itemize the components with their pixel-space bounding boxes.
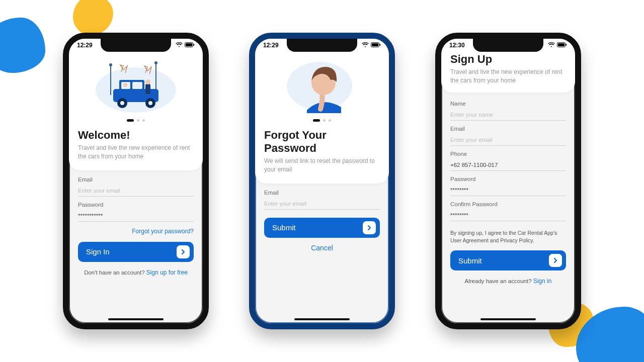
svg-rect-20	[372, 43, 378, 46]
svg-rect-1	[186, 43, 192, 46]
email-field: Email	[78, 176, 194, 197]
password-label: Password	[78, 202, 194, 208]
status-time: 12:29	[77, 42, 93, 49]
phone-signup: 12:30 Sign Up Travel and live the new ex…	[435, 33, 581, 329]
submit-button-label: Submit	[458, 256, 482, 265]
svg-point-18	[145, 79, 150, 84]
cancel-link[interactable]: Cancel	[311, 244, 333, 252]
svg-rect-2	[194, 44, 195, 46]
car-illustration	[78, 55, 194, 115]
signin-button-label: Sign In	[86, 247, 110, 256]
phone-label: Phone	[450, 151, 566, 157]
email-label: Email	[450, 126, 566, 132]
signin-button[interactable]: Sign In	[78, 242, 194, 262]
phones-stage: 12:29	[0, 0, 644, 362]
email-label: Email	[78, 176, 194, 183]
home-indicator[interactable]	[294, 318, 350, 320]
email-field: Email	[264, 190, 380, 210]
person-illustration	[264, 55, 380, 115]
phone-notch	[287, 39, 357, 52]
svg-point-13	[120, 101, 124, 105]
svg-point-15	[148, 101, 152, 105]
signup-subtitle: Travel and live the new experience of re…	[450, 68, 566, 85]
email-input[interactable]	[450, 136, 566, 146]
submit-button[interactable]: Submit	[450, 250, 566, 270]
battery-icon	[185, 42, 195, 49]
chevron-right-icon	[177, 245, 190, 258]
password-field: Password	[78, 202, 194, 222]
status-time: 12:29	[263, 42, 279, 49]
svg-point-16	[123, 83, 127, 87]
svg-rect-27	[566, 44, 567, 46]
battery-icon	[371, 42, 381, 49]
svg-rect-11	[132, 82, 142, 89]
forgot-title: Forgot Your Password	[264, 129, 380, 155]
forgot-form: Email Submit Cancel	[255, 184, 389, 323]
signin-prompt-text: Already have an account?	[465, 278, 533, 284]
svg-point-5	[109, 63, 112, 66]
dot-2[interactable]	[323, 119, 326, 122]
email-field: Email	[450, 126, 566, 146]
email-label: Email	[264, 190, 380, 196]
welcome-card: Welcome! Travel and live the new experie…	[69, 39, 203, 170]
dot-3[interactable]	[142, 119, 145, 122]
dot-2[interactable]	[137, 119, 139, 122]
signup-prompt: Don't have an account? Sign up for free	[78, 269, 194, 276]
signin-prompt: Already have an account? Sign in	[450, 278, 566, 285]
confirm-password-input[interactable]	[450, 211, 566, 221]
signup-prompt-text: Don't have an account?	[84, 269, 146, 276]
svg-point-24	[319, 87, 326, 93]
dot-3[interactable]	[329, 119, 331, 122]
forgot-subtitle: We will send link to reset the password …	[264, 157, 380, 174]
svg-rect-17	[145, 84, 150, 94]
carousel-dots[interactable]	[78, 119, 194, 122]
welcome-title: Welcome!	[78, 129, 194, 142]
phone-field: Phone	[450, 151, 566, 171]
email-input[interactable]	[78, 187, 194, 197]
carousel-dots[interactable]	[264, 119, 380, 122]
submit-button-label: Submit	[272, 223, 296, 232]
chevron-right-icon	[363, 221, 376, 234]
signup-link[interactable]: Sign up for free	[146, 269, 188, 276]
dot-1[interactable]	[313, 119, 320, 122]
phone-notch	[101, 39, 171, 52]
phone-input[interactable]	[450, 161, 566, 171]
password-input[interactable]	[450, 186, 566, 196]
svg-point-7	[154, 61, 157, 64]
password-label: Password	[450, 176, 566, 182]
svg-rect-21	[380, 44, 381, 46]
home-indicator[interactable]	[108, 318, 164, 320]
wifi-icon	[176, 42, 183, 49]
signup-title: Sign Up	[450, 53, 566, 66]
phone-forgot: 12:29	[249, 33, 395, 329]
password-field: Password	[450, 176, 566, 196]
battery-icon	[557, 42, 567, 49]
signup-form: Name Email Phone Password Confirm Passwo…	[441, 93, 575, 323]
signin-form: Email Password Forgot your password? Sig…	[69, 170, 203, 323]
wifi-icon	[548, 42, 555, 49]
legal-text: By signing up, I agree to the Car Rental…	[450, 229, 566, 244]
home-indicator[interactable]	[480, 318, 536, 320]
confirm-password-field: Confirm Password	[450, 201, 566, 221]
phone-welcome: 12:29	[63, 33, 209, 329]
name-label: Name	[450, 101, 566, 107]
confirm-password-label: Confirm Password	[450, 201, 566, 207]
chevron-right-icon	[549, 254, 562, 267]
signin-link[interactable]: Sign in	[533, 278, 552, 285]
wifi-icon	[362, 42, 369, 49]
status-time: 12:30	[449, 42, 465, 49]
phone-notch	[473, 39, 543, 52]
name-field: Name	[450, 101, 566, 121]
password-input[interactable]	[78, 212, 194, 222]
svg-rect-26	[558, 43, 565, 46]
dot-1[interactable]	[127, 119, 134, 122]
email-input[interactable]	[264, 200, 380, 210]
name-input[interactable]	[450, 111, 566, 121]
welcome-subtitle: Travel and live the new experience of re…	[78, 144, 194, 161]
forgot-card: Forgot Your Password We will send link t…	[255, 39, 389, 184]
submit-button[interactable]: Submit	[264, 218, 380, 238]
forgot-password-link[interactable]: Forgot your password?	[132, 228, 194, 235]
